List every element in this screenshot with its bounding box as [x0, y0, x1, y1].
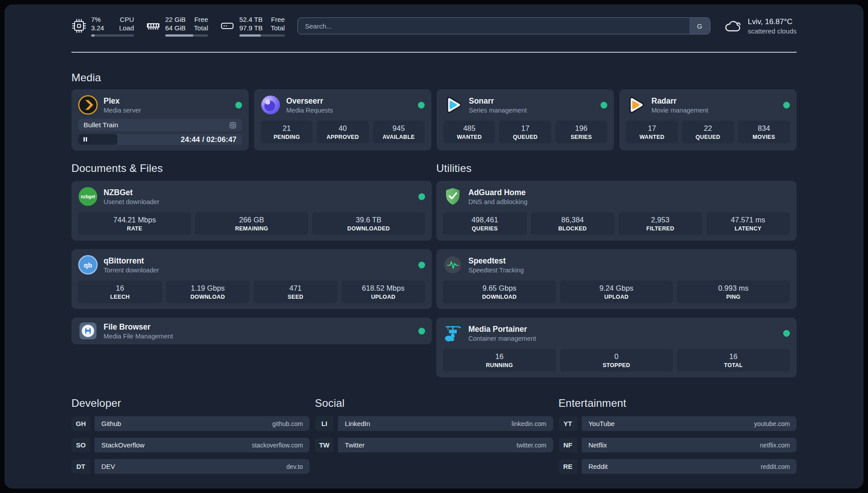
- cpu-load-label: Load: [119, 24, 134, 32]
- bookmark-abbr: NF: [559, 438, 577, 452]
- status-dot: [235, 102, 242, 109]
- service-name: Overseerr: [286, 96, 333, 106]
- bookmark-abbr: LI: [315, 416, 334, 431]
- service-description: Media server: [104, 106, 141, 114]
- service-name: Sonarr: [469, 96, 527, 106]
- bookmark-group-social: Social LI LinkedIn linkedin.com TW Twitt…: [315, 397, 553, 452]
- pause-icon: [83, 137, 88, 142]
- service-card-qbittorrent[interactable]: qb qBittorrent Torrent downloader 16 LEE…: [71, 249, 432, 309]
- section-title-documents: Documents & Files: [71, 162, 432, 175]
- nzbget-icon: nzbget: [78, 187, 98, 206]
- service-card-speedtest[interactable]: Speedtest Speedtest Tracking 9.65 Gbps D…: [436, 249, 797, 309]
- bookmark-url: twitter.com: [517, 442, 547, 449]
- memory-progress-bar: [165, 34, 208, 37]
- service-card-plex[interactable]: Plex Media server Bullet Train: [71, 89, 249, 150]
- bookmark-url: github.com: [272, 420, 303, 427]
- stat-box: 2,953 FILTERED: [618, 212, 702, 235]
- stat-box: 0 STOPPED: [560, 349, 673, 372]
- bookmark-github[interactable]: GH Github github.com: [71, 416, 309, 431]
- memory-free-value: 22 GiB: [165, 15, 186, 24]
- service-card-sonarr[interactable]: Sonarr Series management 485 WANTED 17 Q…: [437, 89, 614, 150]
- service-description: Torrent downloader: [104, 266, 159, 274]
- service-card-nzbget[interactable]: nzbget NZBGet Usenet downloader 744.21 M…: [71, 181, 432, 241]
- cloud-icon: [724, 18, 743, 34]
- top-bar: 7% 3.24 CPU Load: [71, 15, 797, 37]
- header-divider: [71, 52, 797, 53]
- stat-box: 16 RUNNING: [443, 349, 556, 372]
- stat-box: 17 QUEUED: [499, 121, 551, 143]
- stat-box: 39.6 TB DOWNLOADED: [312, 212, 425, 235]
- radarr-icon: [626, 95, 646, 115]
- bookmark-netflix[interactable]: NF Netflix netflix.com: [559, 438, 797, 452]
- service-description: DNS and adblocking: [468, 198, 527, 206]
- service-description: Series management: [469, 106, 527, 114]
- stat-box: 9.24 Gbps UPLOAD: [560, 280, 673, 303]
- status-dot: [601, 102, 607, 109]
- bookmark-reddit[interactable]: RE Reddit reddit.com: [559, 459, 797, 474]
- disk-free-value: 52.4 TB: [239, 15, 263, 24]
- bookmark-stackoverflow[interactable]: SO StackOverflow stackoverflow.com: [71, 438, 309, 452]
- service-card-radarr[interactable]: Radarr Movie management 17 WANTED 22 QUE…: [619, 89, 797, 150]
- status-dot: [418, 262, 425, 268]
- bookmark-group-developer: Developer GH Github github.com SO StackO…: [71, 397, 309, 474]
- bookmark-name: Github: [101, 420, 121, 427]
- pause-button[interactable]: [78, 134, 117, 145]
- cpu-usage-label: CPU: [119, 15, 134, 24]
- memory-free-label: Free: [194, 15, 208, 24]
- bookmark-linkedin[interactable]: LI LinkedIn linkedin.com: [315, 416, 553, 431]
- bookmark-name: Reddit: [588, 463, 608, 470]
- adguard-icon: [443, 187, 463, 206]
- bookmark-name: YouTube: [588, 420, 615, 427]
- section-title-developer: Developer: [71, 397, 309, 409]
- stat-box: 945 AVAILABLE: [373, 121, 425, 143]
- service-name: AdGuard Home: [468, 188, 527, 197]
- service-name: File Browser: [104, 322, 173, 332]
- weather-condition: scattered clouds: [748, 27, 797, 35]
- service-name: Radarr: [651, 96, 708, 106]
- service-card-filebrowser[interactable]: File Browser Media File Management: [71, 318, 432, 344]
- memory-icon: [146, 18, 161, 33]
- search-input[interactable]: [298, 18, 689, 34]
- playback-progress-row: 24:44 / 02:06:47: [78, 134, 242, 145]
- cpu-widget: 7% 3.24 CPU Load: [71, 15, 134, 37]
- cpu-icon: [71, 18, 87, 33]
- search-engine-button[interactable]: G: [689, 18, 710, 34]
- disk-total-label: Total: [271, 24, 285, 32]
- service-name: Plex: [104, 96, 141, 106]
- status-dot: [783, 330, 790, 337]
- section-title-social: Social: [315, 397, 553, 409]
- bookmark-group-entertainment: Entertainment YT YouTube youtube.com NF …: [559, 397, 797, 474]
- service-name: qBittorrent: [104, 256, 159, 266]
- sonarr-icon: [443, 95, 463, 115]
- weather-location: Lviv, 16.87°C: [748, 17, 797, 26]
- search-bar: G: [297, 17, 710, 34]
- bookmark-url: reddit.com: [761, 463, 790, 470]
- bookmark-name: StackOverflow: [101, 441, 145, 449]
- bookmark-dev[interactable]: DT DEV dev.to: [71, 459, 309, 474]
- service-card-overseerr[interactable]: Overseerr Media Requests 21 PENDING 40 A…: [254, 89, 431, 150]
- service-name: Speedtest: [468, 256, 524, 266]
- bookmark-twitter[interactable]: TW Twitter twitter.com: [315, 438, 553, 452]
- bookmark-abbr: SO: [71, 438, 90, 452]
- weather-widget: Lviv, 16.87°C scattered clouds: [724, 17, 797, 35]
- speedtest-icon: [443, 255, 463, 275]
- bookmark-url: stackoverflow.com: [252, 442, 303, 449]
- status-dot: [783, 102, 790, 109]
- disk-total-value: 97.9 TB: [239, 24, 263, 32]
- service-description: Usenet downloader: [104, 198, 159, 206]
- stat-box: 40 APPROVED: [317, 121, 368, 143]
- stat-box: 17 WANTED: [626, 121, 678, 143]
- service-card-adguard[interactable]: AdGuard Home DNS and adblocking 498,461 …: [436, 181, 797, 241]
- section-media: Media Plex Media server: [71, 71, 797, 150]
- stat-box: 618.52 Mbps UPLOAD: [342, 280, 426, 303]
- service-card-portainer[interactable]: Media Portainer Container management 16 …: [436, 318, 797, 377]
- stat-box: 21 PENDING: [261, 121, 313, 143]
- stat-box: 834 MOVIES: [738, 121, 790, 143]
- cpu-progress-bar: [91, 34, 134, 37]
- status-dot: [418, 193, 425, 200]
- bookmark-youtube[interactable]: YT YouTube youtube.com: [559, 416, 797, 431]
- cast-icon[interactable]: [229, 121, 237, 129]
- memory-total-value: 64 GiB: [165, 24, 186, 32]
- stat-box: 196 SERIES: [555, 121, 607, 143]
- bookmark-name: Twitter: [345, 441, 364, 449]
